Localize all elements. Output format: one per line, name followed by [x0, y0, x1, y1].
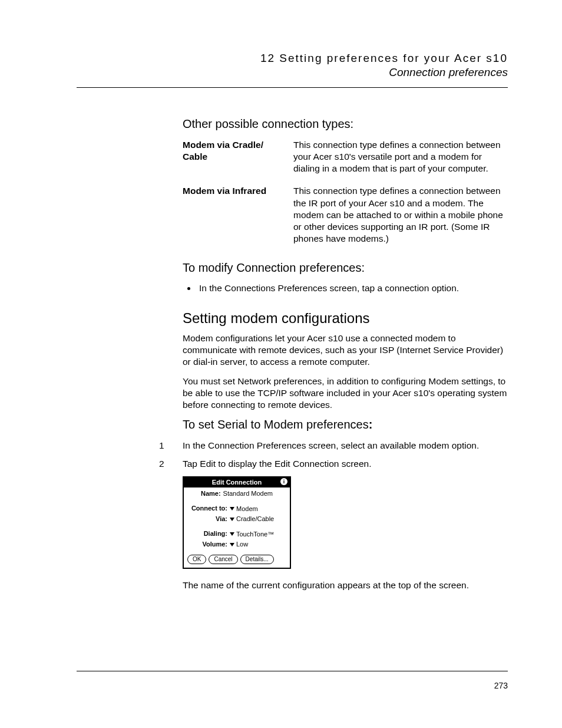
palm-title-text: Edit Connection — [212, 479, 262, 486]
after-figure-note: The name of the current configuration ap… — [183, 579, 508, 591]
palm-title-bar: Edit Connection i — [184, 477, 290, 487]
info-icon[interactable]: i — [280, 478, 287, 485]
palm-via-value: Cradle/Cable — [236, 515, 274, 523]
chevron-down-icon — [230, 507, 234, 510]
header-divider — [77, 87, 508, 88]
heading-set-serial-modem-colon: : — [369, 418, 373, 431]
connection-types-table: Modem via Cradle/ Cable This connection … — [183, 139, 508, 245]
palm-volume-dropdown[interactable]: Low — [230, 541, 248, 548]
palm-dialing-value: TouchTone™ — [236, 531, 274, 538]
running-header-subtitle: Connection preferences — [77, 66, 508, 79]
palm-via-label: Via: — [187, 515, 227, 523]
heading-modify-connection: To modify Connection preferences: — [183, 261, 508, 275]
palm-dialing-dropdown[interactable]: TouchTone™ — [230, 531, 274, 538]
def-term-cradle: Modem via Cradle/ Cable — [183, 139, 289, 174]
heading-set-serial-modem: To set Serial to Modem preferences: — [183, 418, 508, 431]
page-number: 273 — [494, 681, 508, 690]
modify-connection-list: In the Connections Preferences screen, t… — [183, 283, 508, 294]
palm-name-value[interactable]: Standard Modem — [223, 490, 273, 498]
palm-volume-value: Low — [236, 541, 248, 548]
modem-config-para-2: You must set Network preferences, in add… — [183, 375, 508, 411]
def-desc-infrared: This connection type defines a connectio… — [293, 185, 508, 245]
def-term-infrared: Modem via Infrared — [183, 185, 289, 245]
ok-button[interactable]: OK — [187, 555, 206, 564]
edit-connection-screenshot: Edit Connection i Name: Standard Modem C… — [183, 476, 291, 569]
chevron-down-icon — [230, 543, 234, 546]
chevron-down-icon — [230, 532, 234, 536]
palm-connect-dropdown[interactable]: Modem — [230, 505, 258, 513]
step-number-1: 1 — [159, 440, 183, 452]
chevron-down-icon — [230, 518, 234, 521]
palm-connect-value: Modem — [236, 505, 258, 513]
running-header-title: 12 Setting preferences for your Acer s10 — [77, 52, 508, 65]
step-text-1: In the Connection Preferences screen, se… — [183, 440, 479, 452]
heading-setting-modem-config: Setting modem configurations — [183, 310, 508, 327]
details-button[interactable]: Details... — [240, 555, 274, 564]
palm-name-label: Name: — [201, 490, 221, 498]
cancel-button[interactable]: Cancel — [209, 555, 237, 564]
palm-dialing-label: Dialing: — [187, 530, 227, 538]
palm-connect-label: Connect to: — [187, 505, 227, 512]
step-text-2: Tap Edit to display the Edit Connection … — [183, 458, 372, 470]
serial-modem-steps: 1 In the Connection Preferences screen, … — [183, 440, 508, 470]
def-desc-cradle: This connection type defines a connectio… — [293, 139, 508, 174]
step-row-1: 1 In the Connection Preferences screen, … — [183, 440, 508, 452]
modify-connection-bullet: In the Connections Preferences screen, t… — [197, 283, 508, 294]
palm-volume-label: Volume: — [187, 541, 227, 548]
footer-divider — [77, 671, 508, 671]
step-row-2: 2 Tap Edit to display the Edit Connectio… — [183, 458, 508, 470]
step-number-2: 2 — [159, 458, 183, 470]
modem-config-para-1: Modem configurations let your Acer s10 u… — [183, 332, 508, 368]
palm-via-dropdown[interactable]: Cradle/Cable — [230, 515, 274, 523]
heading-other-connection-types: Other possible connection types: — [183, 117, 508, 131]
heading-set-serial-modem-text: To set Serial to Modem preferences — [183, 418, 369, 431]
